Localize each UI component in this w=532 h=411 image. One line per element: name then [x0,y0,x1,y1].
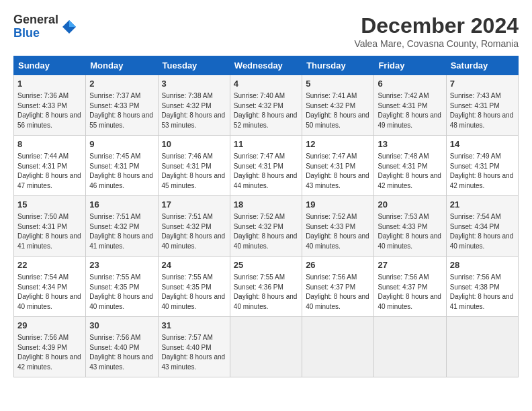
calendar-cell: 3Sunrise: 7:38 AMSunset: 4:32 PMDaylight… [158,75,230,136]
day-info: Sunrise: 7:51 AMSunset: 4:32 PMDaylight:… [162,212,226,251]
day-number: 7 [450,78,515,90]
day-info: Sunrise: 7:52 AMSunset: 4:32 PMDaylight:… [234,212,298,251]
day-number: 16 [89,199,154,211]
day-info: Sunrise: 7:56 AMSunset: 4:38 PMDaylight:… [450,273,515,312]
day-number: 30 [89,320,154,332]
day-header-saturday: Saturday [446,56,518,75]
calendar-cell: 27Sunrise: 7:56 AMSunset: 4:37 PMDayligh… [374,257,446,317]
calendar-week-row: 8Sunrise: 7:44 AMSunset: 4:31 PMDaylight… [14,136,519,196]
day-number: 9 [89,138,154,150]
calendar-cell: 24Sunrise: 7:55 AMSunset: 4:35 PMDayligh… [158,257,230,317]
day-info: Sunrise: 7:52 AMSunset: 4:33 PMDaylight:… [306,212,370,251]
calendar-cell: 26Sunrise: 7:56 AMSunset: 4:37 PMDayligh… [302,257,374,317]
location-subtitle: Valea Mare, Covasna County, Romania [354,38,519,49]
calendar-cell: 25Sunrise: 7:55 AMSunset: 4:36 PMDayligh… [230,257,302,317]
day-number: 21 [450,199,515,211]
day-header-monday: Monday [86,56,158,75]
day-number: 14 [450,138,515,150]
day-number: 5 [306,78,370,90]
day-info: Sunrise: 7:50 AMSunset: 4:31 PMDaylight:… [17,212,82,251]
day-number: 8 [17,138,82,150]
day-number: 25 [234,259,298,271]
day-info: Sunrise: 7:55 AMSunset: 4:35 PMDaylight:… [162,273,226,312]
calendar-cell: 6Sunrise: 7:42 AMSunset: 4:31 PMDaylight… [374,75,446,136]
day-header-tuesday: Tuesday [158,56,230,75]
logo: General Blue [13,13,77,40]
day-number: 10 [162,138,226,150]
day-info: Sunrise: 7:54 AMSunset: 4:34 PMDaylight:… [17,273,82,312]
day-number: 26 [306,259,370,271]
day-info: Sunrise: 7:51 AMSunset: 4:32 PMDaylight:… [89,212,154,251]
calendar-cell: 13Sunrise: 7:48 AMSunset: 4:31 PMDayligh… [374,136,446,196]
day-number: 17 [162,199,226,211]
day-number: 1 [17,78,82,90]
day-number: 12 [306,138,370,150]
calendar-cell: 2Sunrise: 7:37 AMSunset: 4:33 PMDaylight… [86,75,158,136]
day-info: Sunrise: 7:45 AMSunset: 4:31 PMDaylight:… [89,152,154,191]
calendar-week-row: 29Sunrise: 7:56 AMSunset: 4:39 PMDayligh… [14,317,519,377]
day-header-sunday: Sunday [14,56,86,75]
day-info: Sunrise: 7:47 AMSunset: 4:31 PMDaylight:… [306,152,370,191]
calendar-cell: 19Sunrise: 7:52 AMSunset: 4:33 PMDayligh… [302,196,374,257]
calendar-cell: 1Sunrise: 7:36 AMSunset: 4:33 PMDaylight… [14,75,86,136]
day-info: Sunrise: 7:56 AMSunset: 4:37 PMDaylight:… [378,273,442,312]
calendar-cell: 5Sunrise: 7:41 AMSunset: 4:32 PMDaylight… [302,75,374,136]
calendar-week-row: 22Sunrise: 7:54 AMSunset: 4:34 PMDayligh… [14,257,519,317]
day-info: Sunrise: 7:46 AMSunset: 4:31 PMDaylight:… [162,152,226,191]
page-header: General Blue December 2024 Valea Mare, C… [13,13,519,49]
calendar-cell: 7Sunrise: 7:43 AMSunset: 4:31 PMDaylight… [446,75,518,136]
day-info: Sunrise: 7:56 AMSunset: 4:39 PMDaylight:… [17,333,82,372]
calendar-cell: 15Sunrise: 7:50 AMSunset: 4:31 PMDayligh… [14,196,86,257]
calendar-cell [446,317,518,377]
day-info: Sunrise: 7:49 AMSunset: 4:31 PMDaylight:… [450,152,515,191]
calendar-cell: 11Sunrise: 7:47 AMSunset: 4:31 PMDayligh… [230,136,302,196]
day-info: Sunrise: 7:48 AMSunset: 4:31 PMDaylight:… [378,152,442,191]
day-info: Sunrise: 7:56 AMSunset: 4:37 PMDaylight:… [306,273,370,312]
calendar-cell: 28Sunrise: 7:56 AMSunset: 4:38 PMDayligh… [446,257,518,317]
day-info: Sunrise: 7:53 AMSunset: 4:33 PMDaylight:… [378,212,442,251]
calendar-week-row: 15Sunrise: 7:50 AMSunset: 4:31 PMDayligh… [14,196,519,257]
calendar-cell: 16Sunrise: 7:51 AMSunset: 4:32 PMDayligh… [86,196,158,257]
calendar-cell [230,317,302,377]
day-number: 22 [17,259,82,271]
day-info: Sunrise: 7:37 AMSunset: 4:33 PMDaylight:… [89,91,154,130]
calendar-cell [374,317,446,377]
day-number: 3 [162,78,226,90]
day-info: Sunrise: 7:36 AMSunset: 4:33 PMDaylight:… [17,91,82,130]
day-number: 31 [162,320,226,332]
day-header-wednesday: Wednesday [230,56,302,75]
day-info: Sunrise: 7:44 AMSunset: 4:31 PMDaylight:… [17,152,82,191]
calendar-table: SundayMondayTuesdayWednesdayThursdayFrid… [13,56,519,377]
day-number: 20 [378,199,442,211]
calendar-cell: 18Sunrise: 7:52 AMSunset: 4:32 PMDayligh… [230,196,302,257]
day-header-friday: Friday [374,56,446,75]
calendar-cell: 9Sunrise: 7:45 AMSunset: 4:31 PMDaylight… [86,136,158,196]
calendar-cell: 14Sunrise: 7:49 AMSunset: 4:31 PMDayligh… [446,136,518,196]
day-info: Sunrise: 7:47 AMSunset: 4:31 PMDaylight:… [234,152,298,191]
calendar-cell: 22Sunrise: 7:54 AMSunset: 4:34 PMDayligh… [14,257,86,317]
header-row: SundayMondayTuesdayWednesdayThursdayFrid… [14,56,519,75]
day-info: Sunrise: 7:57 AMSunset: 4:40 PMDaylight:… [162,333,226,372]
calendar-week-row: 1Sunrise: 7:36 AMSunset: 4:33 PMDaylight… [14,75,519,136]
day-info: Sunrise: 7:38 AMSunset: 4:32 PMDaylight:… [162,91,226,130]
calendar-cell: 17Sunrise: 7:51 AMSunset: 4:32 PMDayligh… [158,196,230,257]
day-number: 18 [234,199,298,211]
day-info: Sunrise: 7:42 AMSunset: 4:31 PMDaylight:… [378,91,442,130]
day-number: 11 [234,138,298,150]
day-number: 13 [378,138,442,150]
calendar-cell: 8Sunrise: 7:44 AMSunset: 4:31 PMDaylight… [14,136,86,196]
logo-blue-text: Blue [13,27,58,40]
day-number: 15 [17,199,82,211]
logo-icon [61,19,77,35]
day-info: Sunrise: 7:55 AMSunset: 4:36 PMDaylight:… [234,273,298,312]
calendar-cell [302,317,374,377]
logo-general-text: General [13,13,58,27]
calendar-cell: 29Sunrise: 7:56 AMSunset: 4:39 PMDayligh… [14,317,86,377]
calendar-cell: 21Sunrise: 7:54 AMSunset: 4:34 PMDayligh… [446,196,518,257]
title-block: December 2024 Valea Mare, Covasna County… [354,13,519,49]
day-header-thursday: Thursday [302,56,374,75]
day-info: Sunrise: 7:54 AMSunset: 4:34 PMDaylight:… [450,212,515,251]
day-number: 2 [89,78,154,90]
day-number: 6 [378,78,442,90]
day-number: 23 [89,259,154,271]
